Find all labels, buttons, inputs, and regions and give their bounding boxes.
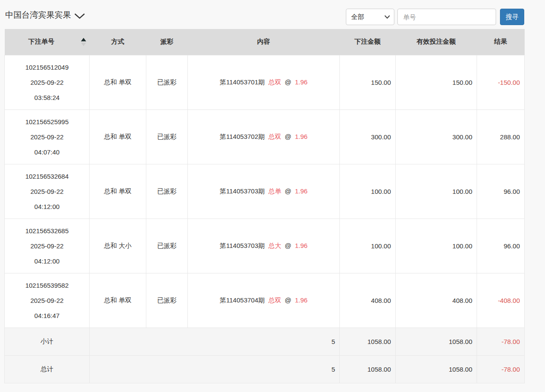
payout-status-cell: 已派彩 — [146, 109, 188, 164]
result-cell: -150.00 — [477, 55, 525, 109]
order-id: 102156512049 — [5, 60, 89, 75]
valid-amount-cell: 408.00 — [396, 273, 477, 328]
order-id: 102156532684 — [5, 169, 89, 184]
odds: 1.96 — [295, 296, 307, 304]
content-cell: 第114053703期 总单 @ 1.96 — [188, 164, 340, 218]
subtotal-valid-amount: 1058.00 — [396, 328, 477, 355]
bet-records-table: 下注单号 方式 派彩 内容 下注金额 有效投注金额 结果 10215651204… — [4, 29, 525, 383]
sort-icon — [81, 38, 86, 46]
order-id-cell: 102156525995 2025-09-22 04:07:40 — [5, 109, 90, 164]
method-cell: 总和 单双 — [90, 164, 146, 218]
bet-amount-cell: 100.00 — [340, 164, 396, 218]
order-id-cell: 102156512049 2025-09-22 03:58:24 — [5, 55, 90, 109]
payout-status-cell: 已派彩 — [146, 164, 188, 218]
pick: 总双 — [268, 78, 281, 86]
period: 第114053703期 — [220, 187, 265, 195]
period: 第114053702期 — [220, 133, 265, 140]
order-time: 04:12:00 — [5, 254, 89, 269]
payout-status-cell: 已派彩 — [146, 55, 188, 109]
table-row: 102156532684 2025-09-22 04:12:00 总和 单双 已… — [5, 164, 525, 218]
top-bar: 中国台湾宾果宾果 全部 搜寻 — [4, 0, 524, 29]
search-controls: 全部 搜寻 — [346, 9, 524, 25]
total-valid-amount: 1058.00 — [396, 355, 477, 383]
order-time: 03:58:24 — [5, 90, 89, 105]
odds: 1.96 — [295, 133, 307, 140]
order-id: 102156525995 — [5, 114, 89, 129]
total-row: 总计 5 1058.00 1058.00 -78.00 — [5, 355, 525, 383]
game-title-dropdown[interactable]: 中国台湾宾果宾果 — [5, 10, 85, 21]
pick: 总双 — [268, 133, 281, 140]
odds-separator: @ — [285, 296, 291, 304]
column-header-payout: 派彩 — [146, 29, 188, 55]
order-time: 04:07:40 — [5, 145, 89, 160]
status-filter-select[interactable]: 全部 — [346, 9, 394, 25]
column-header-bet-amount: 下注金额 — [340, 29, 396, 55]
column-header-content: 内容 — [188, 29, 340, 55]
method-cell: 总和 大小 — [90, 218, 146, 273]
method-cell: 总和 单双 — [90, 273, 146, 328]
valid-amount-cell: 100.00 — [396, 164, 477, 218]
subtotal-label: 小计 — [5, 328, 90, 355]
order-id-cell: 102156532684 2025-09-22 04:12:00 — [5, 164, 90, 218]
table-row: 102156525995 2025-09-22 04:07:40 总和 单双 已… — [5, 109, 525, 164]
page-title: 中国台湾宾果宾果 — [5, 10, 71, 21]
order-time: 04:12:00 — [5, 199, 89, 214]
order-number-input[interactable] — [397, 9, 496, 25]
search-button[interactable]: 搜寻 — [500, 9, 524, 25]
odds-separator: @ — [285, 78, 291, 86]
order-date: 2025-09-22 — [5, 75, 89, 90]
odds-separator: @ — [285, 242, 291, 249]
order-date: 2025-09-22 — [5, 184, 89, 199]
content-cell: 第114053701期 总双 @ 1.96 — [188, 55, 340, 109]
method-cell: 总和 单双 — [90, 109, 146, 164]
pick: 总双 — [268, 296, 281, 304]
order-date: 2025-09-22 — [5, 293, 89, 308]
subtotal-count: 5 — [90, 328, 340, 355]
period: 第114053703期 — [220, 242, 265, 249]
column-header-valid-amount: 有效投注金额 — [396, 29, 477, 55]
bet-amount-cell: 408.00 — [340, 273, 396, 328]
table-row: 102156532685 2025-09-22 04:12:00 总和 大小 已… — [5, 218, 525, 273]
table-row: 102156512049 2025-09-22 03:58:24 总和 单双 已… — [5, 55, 525, 109]
order-date: 2025-09-22 — [5, 129, 89, 145]
valid-amount-cell: 300.00 — [396, 109, 477, 164]
payout-status-cell: 已派彩 — [146, 273, 188, 328]
method-cell: 总和 单双 — [90, 55, 146, 109]
order-id-cell: 102156532685 2025-09-22 04:12:00 — [5, 218, 90, 273]
column-label: 下注单号 — [29, 38, 66, 46]
total-label: 总计 — [5, 355, 90, 383]
table-row: 102156539582 2025-09-22 04:16:47 总和 单双 已… — [5, 273, 525, 328]
subtotal-result: -78.00 — [477, 328, 525, 355]
subtotal-row: 小计 5 1058.00 1058.00 -78.00 — [5, 328, 525, 355]
period: 第114053704期 — [220, 296, 265, 304]
sort-asc-icon — [81, 38, 86, 41]
result-cell: 96.00 — [477, 218, 525, 273]
period: 第114053701期 — [220, 78, 265, 86]
column-header-result: 结果 — [477, 29, 525, 55]
column-header-order-id[interactable]: 下注单号 — [5, 29, 90, 55]
order-time: 04:16:47 — [5, 308, 89, 323]
result-cell: 288.00 — [477, 109, 525, 164]
order-date: 2025-09-22 — [5, 238, 89, 254]
bet-amount-cell: 300.00 — [340, 109, 396, 164]
result-cell: 96.00 — [477, 164, 525, 218]
pick: 总单 — [268, 187, 281, 195]
valid-amount-cell: 100.00 — [396, 218, 477, 273]
subtotal-bet-amount: 1058.00 — [340, 328, 396, 355]
status-filter-value: 全部 — [351, 13, 364, 21]
sort-desc-icon — [81, 42, 86, 46]
payout-status-cell: 已派彩 — [146, 218, 188, 273]
odds-separator: @ — [285, 133, 291, 140]
bet-amount-cell: 150.00 — [340, 55, 396, 109]
chevron-down-icon — [74, 13, 85, 19]
pick: 总大 — [268, 242, 281, 249]
result-cell: -408.00 — [477, 273, 525, 328]
order-id: 102156539582 — [5, 278, 89, 293]
table-header-row: 下注单号 方式 派彩 内容 下注金额 有效投注金额 结果 — [5, 29, 525, 55]
content-cell: 第114053703期 总大 @ 1.96 — [188, 218, 340, 273]
odds-separator: @ — [285, 187, 291, 195]
total-bet-amount: 1058.00 — [340, 355, 396, 383]
valid-amount-cell: 150.00 — [396, 55, 477, 109]
order-id: 102156532685 — [5, 223, 89, 238]
bet-amount-cell: 100.00 — [340, 218, 396, 273]
